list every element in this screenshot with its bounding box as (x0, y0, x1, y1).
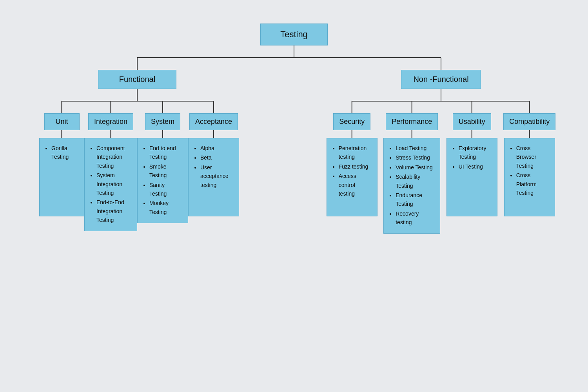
functional-label: Functional (119, 75, 155, 83)
security-leaf: Penetration testing Fuzz testing Access … (327, 138, 377, 216)
acceptance-item-1: Beta (200, 153, 234, 162)
security-item-1: Fuzz testing (339, 162, 372, 171)
nonfunc-vert-top (441, 58, 441, 70)
func-top-connector: Functional U (29, 57, 245, 231)
usability-item-0: Exploratory Testing (459, 144, 492, 162)
security-item-0: Penetration testing (339, 144, 372, 162)
unit-leaf: Gorilla Testing (39, 138, 84, 216)
integration-branch: Integration Component Integration Testin… (84, 102, 137, 231)
unit-list: Gorilla Testing (44, 144, 79, 162)
unit-item-0: Gorilla Testing (51, 144, 79, 162)
compatibility-vert2 (529, 130, 530, 138)
system-item-0: End to end Testing (149, 144, 183, 162)
unit-node: Unit (44, 113, 80, 130)
acceptance-item-2: User acceptance testing (200, 163, 234, 189)
nonfunctional-label: Non -Functional (413, 75, 468, 83)
performance-node: Performance (386, 113, 438, 130)
usability-node: Usability (453, 113, 491, 130)
usability-vert2 (472, 130, 472, 138)
security-list: Penetration testing Fuzz testing Access … (332, 144, 372, 198)
performance-vert2 (412, 130, 412, 138)
acceptance-leaf: Alpha Beta User acceptance testing (188, 138, 239, 216)
compatibility-list: Cross Browser Testing Cross Platform Tes… (509, 144, 550, 197)
unit-branch: Unit Gorilla Testing (39, 102, 84, 231)
compatibility-item-0: Cross Browser Testing (516, 144, 550, 170)
integration-vert2 (111, 130, 111, 138)
acceptance-list: Alpha Beta User acceptance testing (193, 144, 234, 189)
integration-item-0: Component Integration Testing (96, 144, 132, 170)
func-center-col: Functional U (39, 57, 235, 231)
acceptance-vert (213, 102, 214, 113)
functional-branch: Functional U (29, 57, 245, 231)
system-vert (162, 102, 163, 113)
main-branch-row: Functional U (29, 57, 559, 234)
functional-node: Functional (98, 70, 176, 89)
root-node: Testing (260, 24, 328, 45)
tree-diagram: Testing Functional (0, 24, 588, 234)
center-h-bar (245, 57, 323, 58)
acceptance-branch: Acceptance Alpha Beta User acceptance te… (188, 102, 239, 231)
compatibility-vert (529, 102, 530, 113)
func-children-connector: Unit Gorilla Testing (39, 101, 235, 231)
unit-vert (62, 102, 62, 113)
system-node: System (145, 113, 180, 130)
security-item-2: Access control testing (339, 172, 372, 198)
usability-leaf: Exploratory Testing UI Testing (446, 138, 497, 216)
compatibility-item-1: Cross Platform Testing (516, 171, 550, 197)
func-children-row: Unit Gorilla Testing (39, 102, 235, 231)
system-leaf: End to end Testing Smoke Testing Sanity … (137, 138, 188, 223)
security-vert2 (352, 130, 352, 138)
security-vert (352, 102, 352, 113)
system-branch: System End to end Testing Smoke Testing … (137, 102, 188, 231)
compatibility-node: Compatibility (503, 113, 555, 130)
performance-item-2: Volume Testing (396, 163, 435, 172)
nonfunc-center-col: Non -Functional Security (323, 57, 559, 234)
performance-list: Load Testing Stress Testing Volume Testi… (388, 144, 435, 227)
performance-item-3: Scalability Testing (396, 172, 435, 190)
integration-item-1: System Integration Testing (96, 171, 132, 197)
acceptance-item-0: Alpha (200, 144, 234, 152)
performance-leaf: Load Testing Stress Testing Volume Testi… (383, 138, 440, 234)
usability-vert (472, 102, 472, 113)
integration-node: Integration (88, 113, 133, 130)
nonfunctional-branch: Non -Functional Security (323, 57, 559, 234)
compatibility-branch: Compatibility Cross Browser Testing Cros… (503, 102, 555, 234)
nonfunc-children-row: Security Penetration testing Fuzz testin… (323, 102, 559, 234)
security-node: Security (333, 113, 370, 130)
system-list: End to end Testing Smoke Testing Sanity … (142, 144, 183, 216)
func-vert-bottom (137, 89, 138, 101)
performance-item-0: Load Testing (396, 144, 435, 152)
system-item-3: Monkey Testing (149, 199, 183, 216)
nonfunc-children-connector: Security Penetration testing Fuzz testin… (323, 101, 559, 234)
root-vert-line (294, 45, 294, 57)
performance-item-4: Endurance Testing (396, 191, 435, 209)
usability-item-1: UI Testing (459, 162, 492, 171)
nonfunc-top-connector: Non -Functional Security (323, 57, 559, 234)
acceptance-node: Acceptance (189, 113, 238, 130)
performance-branch: Performance Load Testing Stress Testing … (383, 102, 440, 234)
root-section: Testing (260, 24, 328, 57)
integration-list: Component Integration Testing System Int… (89, 144, 132, 225)
nonfunc-vert-bottom (441, 89, 441, 101)
acceptance-vert2 (213, 130, 214, 138)
unit-vert2 (62, 130, 62, 138)
security-branch: Security Penetration testing Fuzz testin… (327, 102, 377, 234)
system-item-1: Smoke Testing (149, 162, 183, 180)
nonfunctional-node: Non -Functional (401, 70, 481, 89)
integration-vert (111, 102, 111, 113)
integration-item-2: End-to-End Integration Testing (96, 198, 132, 224)
system-item-2: Sanity Testing (149, 181, 183, 198)
usability-branch: Usability Exploratory Testing UI Testing (446, 102, 497, 234)
performance-vert (412, 102, 412, 113)
system-vert2 (162, 130, 163, 138)
integration-leaf: Component Integration Testing System Int… (84, 138, 137, 231)
compatibility-leaf: Cross Browser Testing Cross Platform Tes… (504, 138, 555, 216)
performance-item-5: Recovery testing (396, 209, 435, 227)
root-label: Testing (280, 29, 308, 39)
usability-list: Exploratory Testing UI Testing (452, 144, 492, 171)
func-vert-top (137, 58, 138, 70)
performance-item-1: Stress Testing (396, 153, 435, 162)
